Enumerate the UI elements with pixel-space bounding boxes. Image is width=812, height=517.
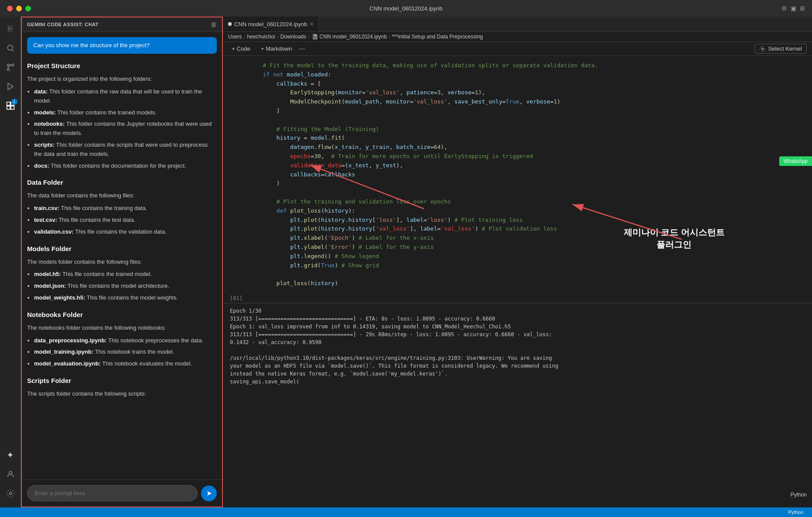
code-line: ) bbox=[249, 179, 805, 188]
project-intro: The project is organized into the follow… bbox=[27, 75, 217, 84]
run-icon[interactable] bbox=[2, 78, 19, 95]
svg-line-1 bbox=[12, 50, 14, 52]
notebooks-folder-intro: The notebooks folder contains the follow… bbox=[27, 324, 217, 333]
add-code-button[interactable]: ++ Code Code bbox=[228, 45, 254, 53]
gemini-icon[interactable]: ✦ bbox=[2, 446, 19, 464]
add-markdown-button[interactable]: + Markdown bbox=[257, 45, 296, 53]
chat-panel: GEMINI CODE ASSIST: CHAT 🗑 Can you show … bbox=[21, 17, 223, 507]
more-options-icon[interactable]: ··· bbox=[299, 45, 305, 53]
breadcrumb-item-users[interactable]: Users bbox=[228, 34, 242, 40]
status-bar: Python bbox=[0, 507, 812, 517]
code-line: ] bbox=[249, 107, 805, 116]
output-line: 313/313 [==============================]… bbox=[230, 331, 805, 338]
chat-messages[interactable]: Can you show me the structure of the pro… bbox=[22, 32, 222, 479]
titlebar: CNN model_06012024.ipynb ⚙ ▣ ⊞ bbox=[0, 0, 812, 17]
breadcrumb-item-section[interactable]: ᴹᴺInitial Setup and Data Preprocessing bbox=[392, 34, 483, 40]
output-line: your model as an HDF5 file via `model.sa… bbox=[230, 362, 805, 370]
active-tab[interactable]: CNN model_06012024.ipynb × bbox=[223, 17, 319, 31]
code-line: plt.xlabel('Epoch') # Label for the x-ax… bbox=[249, 234, 805, 243]
code-line: # Fit the model to the training data, ma… bbox=[249, 61, 805, 70]
code-cell: # Fit the model to the training data, ma… bbox=[223, 56, 812, 293]
chat-response: Project Structure The project is organiz… bbox=[27, 61, 217, 399]
svg-point-12 bbox=[762, 48, 763, 50]
code-editor[interactable]: # Fit the model to the training data, ma… bbox=[223, 56, 812, 507]
scripts-folder-intro: The scripts folder contains the followin… bbox=[27, 389, 217, 399]
output-line: instead the native Keras format, e.g. `m… bbox=[230, 370, 805, 378]
extensions-icon[interactable]: 1 bbox=[2, 97, 19, 114]
whatsapp-badge[interactable]: WhatsApp bbox=[779, 156, 812, 166]
breadcrumb-item-heechulchoi[interactable]: heechulchoi bbox=[247, 34, 275, 40]
code-line: callbacks = [ bbox=[249, 79, 805, 89]
code-line: plt.legend() # Show legend bbox=[249, 252, 805, 261]
models-folder-intro: The models folder contains the following… bbox=[27, 258, 217, 267]
list-item: model_weights.h5: This file contains the… bbox=[34, 293, 217, 303]
grid-icon[interactable]: ⊞ bbox=[800, 5, 805, 12]
breadcrumb-path: Users › heechulchoi › Downloads › 📓 CNN … bbox=[228, 34, 483, 40]
trash-icon[interactable]: 🗑 bbox=[211, 21, 217, 28]
gear-icon[interactable] bbox=[2, 485, 19, 502]
close-button[interactable] bbox=[7, 6, 13, 11]
code-line: EarlyStopping(monitor='val_loss', patien… bbox=[249, 88, 805, 97]
list-item: validation.csv: This file contains the v… bbox=[34, 227, 217, 237]
breadcrumb-sep: › bbox=[277, 34, 278, 40]
code-line: plt.plot(history.history['val_loss'], la… bbox=[249, 224, 805, 234]
user-icon[interactable] bbox=[2, 465, 19, 483]
breadcrumb: Users › heechulchoi › Downloads › 📓 CNN … bbox=[223, 32, 812, 42]
output-line: Epoch 1/30 bbox=[230, 307, 805, 315]
data-folder-intro: The data folder contains the following f… bbox=[27, 191, 217, 200]
cell-number: [81] bbox=[223, 293, 812, 303]
code-line: plt.grid(True) # Show grid bbox=[249, 261, 805, 270]
list-item: data_preprocessing.ipynb: This notebook … bbox=[34, 336, 217, 345]
source-control-icon[interactable] bbox=[2, 59, 19, 76]
list-item: data: This folder contains the raw data … bbox=[34, 87, 217, 106]
svg-point-11 bbox=[9, 493, 11, 495]
output-line: 0.1432 - val_accuracy: 0.9590 bbox=[230, 338, 805, 346]
maximize-button[interactable] bbox=[25, 6, 31, 11]
models-items-list: model.h5: This file contains the trained… bbox=[27, 270, 217, 302]
chat-input[interactable] bbox=[27, 485, 198, 501]
list-item: scripts: This folder contains the script… bbox=[34, 141, 217, 159]
window-title: CNN model_06012024.ipynb bbox=[370, 5, 443, 12]
project-items-list: data: This folder contains the raw data … bbox=[27, 87, 217, 170]
chat-title: GEMINI CODE ASSIST: CHAT bbox=[27, 22, 99, 27]
code-line: plt.ylabel('Error') # Label for the y-ax… bbox=[249, 243, 805, 252]
editor-toolbar: ++ Code Code + Markdown ··· Select Kerne… bbox=[223, 42, 812, 56]
svg-point-0 bbox=[7, 45, 13, 50]
status-language[interactable]: Python bbox=[785, 510, 807, 515]
svg-rect-9 bbox=[10, 106, 14, 110]
minimize-button[interactable] bbox=[16, 6, 22, 11]
code-line: ModelCheckpoint(model_path, monitor='val… bbox=[249, 97, 805, 107]
code-line: plot_loss(history) bbox=[249, 279, 805, 288]
svg-point-3 bbox=[7, 69, 9, 71]
code-line: epochs=30, # Train for more epochs or un… bbox=[249, 152, 805, 161]
list-item: docs: This folder contains the documenta… bbox=[34, 162, 217, 171]
settings-icon[interactable]: ⚙ bbox=[781, 5, 787, 12]
output-area: Epoch 1/30 313/313 [====================… bbox=[223, 303, 812, 389]
list-item: model.h5: This file contains the trained… bbox=[34, 270, 217, 279]
chat-header: GEMINI CODE ASSIST: CHAT 🗑 bbox=[22, 17, 222, 32]
svg-point-10 bbox=[9, 471, 12, 474]
svg-rect-8 bbox=[7, 106, 10, 110]
search-icon[interactable] bbox=[2, 39, 19, 57]
select-kernel-button[interactable]: Select Kernel bbox=[755, 44, 807, 54]
files-icon[interactable]: ⎘ bbox=[2, 20, 19, 38]
output-line: saving_api.save_model( bbox=[230, 378, 805, 386]
tab-close-icon[interactable]: × bbox=[310, 21, 313, 28]
breadcrumb-item-notebook[interactable]: 📓 CNN model_06012024.ipynb bbox=[312, 34, 387, 40]
tab-label: CNN model_06012024.ipynb bbox=[234, 21, 307, 28]
code-line bbox=[249, 270, 805, 279]
chat-input-area: ➤ bbox=[22, 479, 222, 507]
code-line: validation_data=(x_test, y_test), bbox=[249, 161, 805, 170]
layout-icon[interactable]: ▣ bbox=[791, 5, 796, 12]
list-item: test.csv: This file contains the test da… bbox=[34, 216, 217, 225]
output-line: /usr/local/lib/python3.10/dist-packages/… bbox=[230, 354, 805, 362]
tab-dot bbox=[228, 22, 232, 26]
send-button[interactable]: ➤ bbox=[201, 486, 217, 501]
code-line: callbacks=callbacks bbox=[249, 170, 805, 179]
list-item: model_training.ipynb: This notebook trai… bbox=[34, 348, 217, 357]
breadcrumb-item-downloads[interactable]: Downloads bbox=[280, 34, 306, 40]
notebooks-items-list: data_preprocessing.ipynb: This notebook … bbox=[27, 336, 217, 369]
list-item: model_evaluation.ipynb: This notebook ev… bbox=[34, 359, 217, 369]
code-line bbox=[249, 116, 805, 125]
output-line: Epoch 1: val_loss improved from inf to 0… bbox=[230, 323, 805, 331]
